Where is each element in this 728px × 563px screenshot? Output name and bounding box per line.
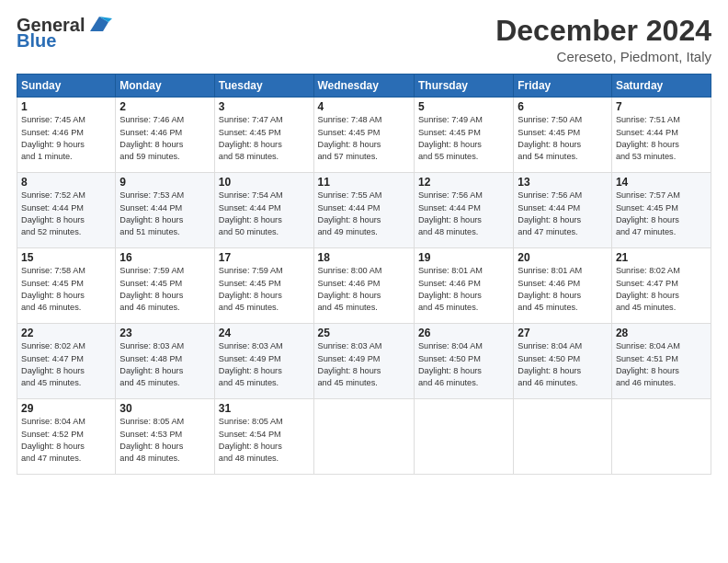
calendar-day-27: 27Sunrise: 8:04 AMSunset: 4:50 PMDayligh… bbox=[514, 324, 612, 399]
day-header-wednesday: Wednesday bbox=[313, 75, 414, 98]
day-info: Sunrise: 8:03 AMSunset: 4:48 PMDaylight:… bbox=[119, 340, 210, 389]
day-info: Sunrise: 8:03 AMSunset: 4:49 PMDaylight:… bbox=[219, 340, 310, 389]
calendar-week-5: 29Sunrise: 8:04 AMSunset: 4:52 PMDayligh… bbox=[17, 399, 711, 475]
calendar-day-8: 8Sunrise: 7:52 AMSunset: 4:44 PMDaylight… bbox=[17, 173, 116, 248]
day-number: 17 bbox=[219, 251, 310, 264]
empty-cell bbox=[514, 399, 612, 475]
day-number: 16 bbox=[119, 251, 210, 264]
day-info: Sunrise: 7:51 AMSunset: 4:44 PMDaylight:… bbox=[616, 114, 707, 163]
calendar-day-21: 21Sunrise: 8:02 AMSunset: 4:47 PMDayligh… bbox=[611, 248, 711, 324]
day-info: Sunrise: 8:04 AMSunset: 4:50 PMDaylight:… bbox=[418, 340, 509, 389]
day-number: 8 bbox=[21, 176, 111, 189]
day-header-sunday: Sunday bbox=[17, 75, 116, 98]
day-number: 28 bbox=[616, 327, 707, 339]
day-info: Sunrise: 8:02 AMSunset: 4:47 PMDaylight:… bbox=[616, 265, 707, 314]
calendar-day-17: 17Sunrise: 7:59 AMSunset: 4:45 PMDayligh… bbox=[214, 248, 313, 324]
day-number: 13 bbox=[518, 176, 608, 189]
day-header-thursday: Thursday bbox=[414, 75, 513, 98]
day-info: Sunrise: 8:03 AMSunset: 4:49 PMDaylight:… bbox=[318, 340, 410, 389]
day-info: Sunrise: 8:05 AMSunset: 4:54 PMDaylight:… bbox=[219, 416, 310, 465]
day-number: 19 bbox=[418, 251, 509, 264]
day-info: Sunrise: 8:00 AMSunset: 4:46 PMDaylight:… bbox=[318, 265, 410, 314]
day-info: Sunrise: 8:01 AMSunset: 4:46 PMDaylight:… bbox=[518, 265, 608, 314]
day-info: Sunrise: 7:54 AMSunset: 4:44 PMDaylight:… bbox=[219, 190, 310, 238]
calendar-day-7: 7Sunrise: 7:51 AMSunset: 4:44 PMDaylight… bbox=[611, 98, 711, 173]
day-number: 25 bbox=[318, 327, 410, 339]
day-info: Sunrise: 7:48 AMSunset: 4:45 PMDaylight:… bbox=[318, 114, 410, 163]
day-number: 24 bbox=[219, 327, 310, 339]
day-info: Sunrise: 8:04 AMSunset: 4:50 PMDaylight:… bbox=[518, 340, 608, 389]
day-info: Sunrise: 8:04 AMSunset: 4:51 PMDaylight:… bbox=[616, 340, 707, 389]
day-number: 20 bbox=[518, 251, 608, 264]
calendar-day-4: 4Sunrise: 7:48 AMSunset: 4:45 PMDaylight… bbox=[313, 98, 414, 173]
day-info: Sunrise: 7:52 AMSunset: 4:44 PMDaylight:… bbox=[21, 190, 111, 238]
day-number: 23 bbox=[119, 327, 210, 339]
day-number: 27 bbox=[518, 327, 608, 339]
day-info: Sunrise: 7:59 AMSunset: 4:45 PMDaylight:… bbox=[219, 265, 310, 314]
day-number: 7 bbox=[616, 100, 707, 113]
calendar-day-16: 16Sunrise: 7:59 AMSunset: 4:45 PMDayligh… bbox=[116, 248, 214, 324]
day-number: 30 bbox=[119, 402, 210, 415]
day-number: 18 bbox=[318, 251, 410, 264]
location: Cereseto, Piedmont, Italy bbox=[495, 49, 711, 64]
empty-cell bbox=[313, 399, 414, 475]
calendar-week-3: 15Sunrise: 7:58 AMSunset: 4:45 PMDayligh… bbox=[17, 248, 711, 324]
day-header-saturday: Saturday bbox=[611, 75, 711, 98]
calendar-week-2: 8Sunrise: 7:52 AMSunset: 4:44 PMDaylight… bbox=[17, 173, 711, 248]
calendar-day-10: 10Sunrise: 7:54 AMSunset: 4:44 PMDayligh… bbox=[214, 173, 313, 248]
day-number: 6 bbox=[518, 100, 608, 113]
calendar-day-18: 18Sunrise: 8:00 AMSunset: 4:46 PMDayligh… bbox=[313, 248, 414, 324]
page: General Blue December 2024 Cereseto, Pie… bbox=[0, 0, 728, 563]
calendar-day-14: 14Sunrise: 7:57 AMSunset: 4:45 PMDayligh… bbox=[611, 173, 711, 248]
calendar-day-23: 23Sunrise: 8:03 AMSunset: 4:48 PMDayligh… bbox=[116, 324, 214, 399]
calendar-day-31: 31Sunrise: 8:05 AMSunset: 4:54 PMDayligh… bbox=[214, 399, 313, 475]
calendar-day-24: 24Sunrise: 8:03 AMSunset: 4:49 PMDayligh… bbox=[214, 324, 313, 399]
day-number: 3 bbox=[219, 100, 310, 113]
day-info: Sunrise: 8:01 AMSunset: 4:46 PMDaylight:… bbox=[418, 265, 509, 314]
day-header-monday: Monday bbox=[116, 75, 214, 98]
calendar-day-15: 15Sunrise: 7:58 AMSunset: 4:45 PMDayligh… bbox=[17, 248, 116, 324]
day-number: 9 bbox=[119, 176, 210, 189]
day-info: Sunrise: 8:04 AMSunset: 4:52 PMDaylight:… bbox=[21, 416, 111, 465]
day-header-friday: Friday bbox=[514, 75, 612, 98]
logo: General Blue bbox=[17, 15, 112, 50]
day-number: 14 bbox=[616, 176, 707, 189]
day-number: 2 bbox=[119, 100, 210, 113]
calendar-day-9: 9Sunrise: 7:53 AMSunset: 4:44 PMDaylight… bbox=[116, 173, 214, 248]
calendar-day-19: 19Sunrise: 8:01 AMSunset: 4:46 PMDayligh… bbox=[414, 248, 513, 324]
calendar-day-26: 26Sunrise: 8:04 AMSunset: 4:50 PMDayligh… bbox=[414, 324, 513, 399]
calendar-day-25: 25Sunrise: 8:03 AMSunset: 4:49 PMDayligh… bbox=[313, 324, 414, 399]
day-info: Sunrise: 7:47 AMSunset: 4:45 PMDaylight:… bbox=[219, 114, 310, 163]
calendar-day-13: 13Sunrise: 7:56 AMSunset: 4:44 PMDayligh… bbox=[514, 173, 612, 248]
day-info: Sunrise: 7:57 AMSunset: 4:45 PMDaylight:… bbox=[616, 190, 707, 238]
day-number: 1 bbox=[21, 100, 111, 113]
calendar-day-30: 30Sunrise: 8:05 AMSunset: 4:53 PMDayligh… bbox=[116, 399, 214, 475]
calendar-day-22: 22Sunrise: 8:02 AMSunset: 4:47 PMDayligh… bbox=[17, 324, 116, 399]
calendar-week-1: 1Sunrise: 7:45 AMSunset: 4:46 PMDaylight… bbox=[17, 98, 711, 173]
calendar-day-29: 29Sunrise: 8:04 AMSunset: 4:52 PMDayligh… bbox=[17, 399, 116, 475]
calendar-day-3: 3Sunrise: 7:47 AMSunset: 4:45 PMDaylight… bbox=[214, 98, 313, 173]
day-info: Sunrise: 8:05 AMSunset: 4:53 PMDaylight:… bbox=[119, 416, 210, 465]
day-info: Sunrise: 7:49 AMSunset: 4:45 PMDaylight:… bbox=[418, 114, 509, 163]
day-number: 26 bbox=[418, 327, 509, 339]
month-title: December 2024 bbox=[495, 15, 711, 47]
calendar-table: SundayMondayTuesdayWednesdayThursdayFrid… bbox=[17, 74, 711, 475]
day-number: 29 bbox=[21, 402, 111, 415]
calendar-day-2: 2Sunrise: 7:46 AMSunset: 4:46 PMDaylight… bbox=[116, 98, 214, 173]
day-info: Sunrise: 8:02 AMSunset: 4:47 PMDaylight:… bbox=[21, 340, 111, 389]
empty-cell bbox=[611, 399, 711, 475]
day-info: Sunrise: 7:45 AMSunset: 4:46 PMDaylight:… bbox=[21, 114, 111, 163]
calendar-day-20: 20Sunrise: 8:01 AMSunset: 4:46 PMDayligh… bbox=[514, 248, 612, 324]
logo-icon bbox=[86, 15, 112, 35]
day-info: Sunrise: 7:58 AMSunset: 4:45 PMDaylight:… bbox=[21, 265, 111, 314]
calendar-day-6: 6Sunrise: 7:50 AMSunset: 4:45 PMDaylight… bbox=[514, 98, 612, 173]
day-number: 21 bbox=[616, 251, 707, 264]
calendar-header-row: SundayMondayTuesdayWednesdayThursdayFrid… bbox=[17, 75, 711, 98]
day-number: 11 bbox=[318, 176, 410, 189]
day-number: 10 bbox=[219, 176, 310, 189]
day-info: Sunrise: 7:55 AMSunset: 4:44 PMDaylight:… bbox=[318, 190, 410, 238]
calendar-day-12: 12Sunrise: 7:56 AMSunset: 4:44 PMDayligh… bbox=[414, 173, 513, 248]
title-section: December 2024 Cereseto, Piedmont, Italy bbox=[495, 15, 711, 64]
day-header-tuesday: Tuesday bbox=[214, 75, 313, 98]
day-number: 5 bbox=[418, 100, 509, 113]
